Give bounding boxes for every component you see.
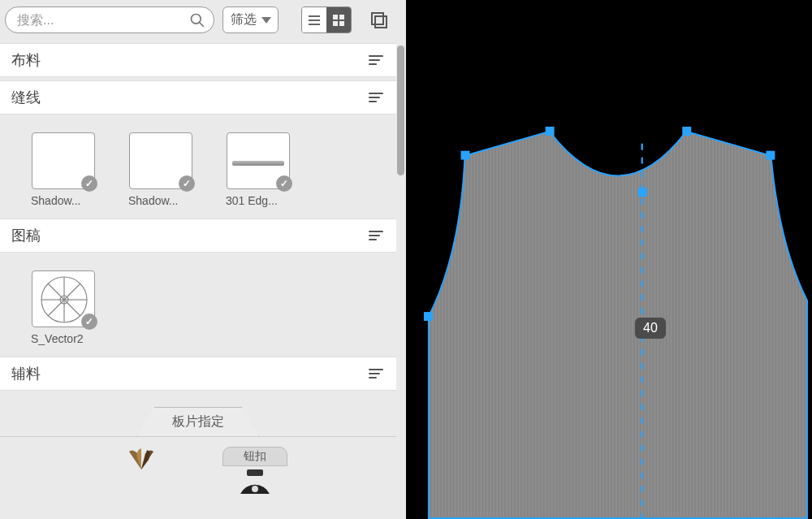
- svg-rect-38: [461, 151, 470, 160]
- svg-rect-5: [333, 15, 338, 19]
- scroll-thumb[interactable]: [397, 45, 404, 175]
- sort-icon[interactable]: [367, 90, 385, 105]
- stitch-items: Shadow... Shadow... 301 Edg...: [0, 115, 396, 215]
- search-input[interactable]: [17, 13, 189, 28]
- svg-rect-43: [638, 188, 647, 197]
- stitch-item-label: Shadow...: [128, 194, 193, 207]
- stitch-item[interactable]: 301 Edg...: [226, 132, 291, 207]
- search-box[interactable]: [5, 6, 214, 33]
- assign-buttons: 钮扣: [0, 436, 396, 494]
- assign-tab-label: 板片指定: [172, 413, 224, 430]
- graphic-thumb: [32, 270, 95, 327]
- list-view-button[interactable]: [302, 7, 326, 32]
- top-bar: 筛选: [0, 0, 396, 40]
- check-icon: [276, 175, 292, 192]
- stitch-item[interactable]: Shadow...: [128, 132, 193, 207]
- svg-line-27: [64, 300, 80, 316]
- section-trim[interactable]: 辅料: [0, 357, 396, 391]
- check-icon: [81, 175, 97, 192]
- filter-button[interactable]: 筛选: [222, 6, 279, 33]
- button-sub-label: 钮扣: [222, 447, 287, 466]
- svg-rect-7: [333, 21, 338, 26]
- svg-line-26: [64, 283, 80, 300]
- assign-tab[interactable]: 板片指定: [137, 407, 259, 436]
- stitch-thumb: [129, 132, 192, 189]
- section-graphic-label: 图稿: [11, 226, 41, 245]
- assign-area: 板片指定 钮扣: [0, 391, 396, 494]
- view-toggle: [301, 6, 352, 33]
- sort-icon[interactable]: [367, 228, 385, 243]
- section-stitch-label: 缝线: [11, 88, 41, 107]
- stitch-item-label: 301 Edg...: [226, 194, 291, 207]
- stitch-thumb: [227, 132, 290, 189]
- sort-icon[interactable]: [367, 53, 385, 67]
- button-icon: [222, 469, 287, 494]
- graphic-item-label: S_Vector2: [31, 332, 96, 345]
- section-trim-label: 辅料: [11, 364, 41, 383]
- chevron-down-icon: [261, 17, 271, 24]
- check-icon: [81, 314, 97, 330]
- filter-label: 筛选: [231, 11, 257, 28]
- svg-rect-6: [339, 15, 344, 19]
- section-fabric[interactable]: 布料: [0, 43, 396, 77]
- search-icon[interactable]: [189, 12, 205, 28]
- stitch-thumb: [32, 132, 95, 189]
- measurement-badge: 40: [635, 318, 666, 339]
- svg-line-29: [48, 283, 64, 300]
- svg-rect-10: [375, 16, 387, 28]
- svg-line-1: [200, 22, 204, 26]
- trim-slot-button[interactable]: 钮扣: [222, 447, 287, 494]
- pattern-viewport[interactable]: 40: [406, 0, 812, 519]
- trim-slot[interactable]: [109, 447, 174, 494]
- svg-point-34: [252, 486, 258, 492]
- svg-rect-8: [339, 21, 344, 26]
- svg-rect-41: [766, 151, 775, 160]
- layers-button[interactable]: [366, 6, 391, 33]
- section-graphic[interactable]: 图稿: [0, 218, 396, 253]
- svg-line-28: [48, 300, 64, 316]
- svg-rect-39: [546, 127, 555, 136]
- sort-icon[interactable]: [367, 366, 385, 381]
- grid-view-button[interactable]: [326, 7, 351, 32]
- section-fabric-label: 布料: [11, 50, 41, 70]
- svg-rect-9: [372, 13, 383, 24]
- graphic-items: S_Vector2: [0, 253, 396, 353]
- check-icon: [179, 175, 195, 192]
- asset-panel: 筛选 布料 缝线: [0, 0, 406, 519]
- scrollbar[interactable]: [397, 45, 404, 519]
- section-stitch[interactable]: 缝线: [0, 80, 396, 115]
- stitch-item[interactable]: Shadow...: [31, 132, 96, 207]
- svg-rect-40: [682, 127, 691, 136]
- pattern-piece[interactable]: [419, 123, 809, 518]
- svg-rect-33: [247, 469, 263, 476]
- stitch-item-label: Shadow...: [31, 194, 96, 207]
- leaf-icon: [109, 447, 174, 471]
- graphic-item[interactable]: S_Vector2: [31, 270, 96, 345]
- svg-rect-42: [424, 312, 433, 321]
